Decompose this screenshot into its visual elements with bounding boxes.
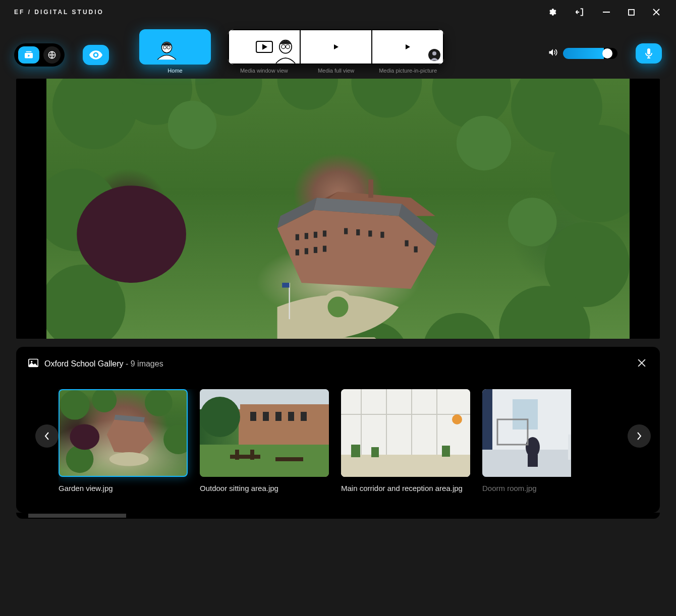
svg-point-65 <box>92 390 117 412</box>
toolbar-left <box>14 29 109 67</box>
svg-point-64 <box>60 390 90 420</box>
gallery-thumb-image <box>482 389 571 477</box>
svg-rect-104 <box>568 435 571 460</box>
svg-rect-83 <box>235 450 239 460</box>
gallery-thumb-label: Doorm room.jpg <box>482 484 571 492</box>
svg-rect-81 <box>200 445 329 477</box>
globe-button[interactable] <box>43 46 61 64</box>
svg-rect-48 <box>323 230 326 236</box>
svg-rect-61 <box>282 283 289 288</box>
svg-point-38 <box>325 294 352 321</box>
media-library-button[interactable] <box>18 46 39 64</box>
gallery-next-button[interactable] <box>628 424 651 448</box>
svg-rect-85 <box>275 457 303 461</box>
minimize-icon[interactable] <box>601 7 612 18</box>
svg-point-69 <box>70 424 99 450</box>
svg-rect-94 <box>371 447 379 457</box>
gallery-item[interactable]: Doorm room.jpg <box>482 389 571 492</box>
scrollbar-thumb[interactable] <box>28 514 126 518</box>
svg-point-18 <box>432 51 436 55</box>
gallery-thumb-label: Garden view.jpg <box>59 484 188 492</box>
svg-point-67 <box>163 424 187 454</box>
svg-point-36 <box>508 198 556 246</box>
gallery-thumb-image <box>341 389 470 477</box>
svg-rect-77 <box>275 412 281 421</box>
toolbar-right <box>548 29 662 64</box>
gallery-item[interactable]: Outdoor sitting area.jpg <box>200 389 329 492</box>
gallery-header: Oxford School Gallery - 9 images <box>28 357 648 371</box>
tab-home-label: Home <box>167 68 182 74</box>
gallery-thumbs: Garden view.jpg Outdoor sitting area.jpg… <box>59 389 571 492</box>
svg-point-80 <box>200 397 240 437</box>
svg-marker-11 <box>263 45 266 49</box>
volume-knob[interactable] <box>602 48 612 58</box>
svg-rect-74 <box>240 404 329 445</box>
svg-rect-3 <box>26 51 31 52</box>
gallery-title: Oxford School Gallery - 9 images <box>44 359 163 368</box>
tab-media-pip[interactable] <box>372 29 444 65</box>
svg-point-35 <box>457 116 511 170</box>
window-controls <box>545 5 662 19</box>
gallery-thumb-label: Outdoor sitting area.jpg <box>200 484 329 492</box>
gallery-strip: Garden view.jpg Outdoor sitting area.jpg… <box>28 389 648 492</box>
visibility-button[interactable] <box>83 45 109 65</box>
svg-point-72 <box>109 452 149 466</box>
media-view-triplet <box>228 29 444 65</box>
gallery-item[interactable]: Garden view.jpg <box>59 389 188 492</box>
svg-rect-1 <box>629 10 634 15</box>
logout-icon[interactable] <box>573 5 587 19</box>
svg-rect-51 <box>368 230 372 236</box>
close-icon[interactable] <box>651 7 662 18</box>
svg-rect-102 <box>528 455 538 467</box>
main-media-viewer[interactable] <box>16 79 660 339</box>
svg-rect-19 <box>647 48 650 54</box>
tab-media-window[interactable] <box>228 29 301 65</box>
gear-icon[interactable] <box>545 6 558 19</box>
gallery-thumb-label: Main corridor and reception area.jpg <box>341 484 470 492</box>
main-image-content <box>46 79 630 339</box>
svg-rect-50 <box>356 229 360 235</box>
gallery-item[interactable]: Main corridor and reception area.jpg <box>341 389 470 492</box>
svg-rect-95 <box>442 446 450 457</box>
svg-rect-54 <box>305 248 308 254</box>
svg-rect-92 <box>341 455 470 477</box>
svg-point-34 <box>168 101 216 149</box>
maximize-icon[interactable] <box>626 7 637 18</box>
svg-point-30 <box>423 313 496 339</box>
svg-rect-59 <box>368 179 373 198</box>
tab-home[interactable]: Home <box>139 29 211 74</box>
gallery-thumb-image <box>200 389 329 477</box>
app-title: EF / DIGITAL STUDIO <box>14 9 104 16</box>
gallery-thumb-image <box>59 389 188 477</box>
svg-marker-16 <box>406 44 410 49</box>
svg-point-66 <box>145 390 173 416</box>
volume-slider[interactable] <box>563 48 617 59</box>
svg-rect-82 <box>230 455 260 459</box>
svg-point-63 <box>31 361 32 362</box>
gallery-prev-button[interactable] <box>35 424 59 448</box>
svg-rect-99 <box>513 399 538 429</box>
speaker-icon[interactable] <box>548 48 558 59</box>
svg-rect-52 <box>380 232 384 238</box>
svg-rect-58 <box>414 247 418 253</box>
svg-rect-93 <box>351 445 360 457</box>
title-bar: EF / DIGITAL STUDIO <box>0 0 676 24</box>
svg-point-24 <box>351 79 422 117</box>
svg-rect-78 <box>288 412 294 421</box>
svg-rect-79 <box>301 412 307 421</box>
svg-rect-57 <box>405 240 408 247</box>
svg-rect-47 <box>314 232 317 238</box>
gallery-panel: Oxford School Gallery - 9 images Garden … <box>16 347 660 513</box>
view-mode-tabs: Home <box>139 29 444 74</box>
svg-point-96 <box>452 414 462 424</box>
svg-rect-49 <box>344 228 348 234</box>
mic-button[interactable] <box>636 43 662 64</box>
svg-rect-84 <box>250 450 254 460</box>
svg-marker-70 <box>107 420 154 454</box>
gallery-close-button[interactable] <box>636 357 648 371</box>
svg-rect-46 <box>305 233 308 239</box>
volume-control <box>548 48 617 59</box>
svg-rect-53 <box>296 250 299 256</box>
horizontal-scrollbar[interactable] <box>16 513 660 519</box>
tab-media-full[interactable] <box>301 29 372 65</box>
